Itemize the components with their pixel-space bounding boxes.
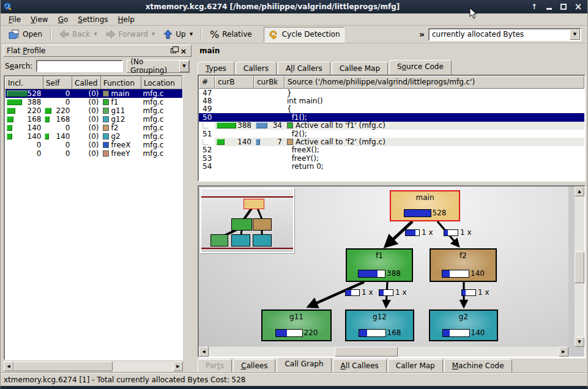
up-dropdown-arrow[interactable]: ▼ [190,32,193,37]
source-line[interactable]: 51 f2(); [199,130,584,138]
search-input[interactable] [36,60,123,72]
table-row-freeX[interactable]: 0 0 (0) freeX mfg.c [6,141,182,149]
source-line-selected[interactable]: 50 f1(); [199,113,584,121]
minimap-node-g12 [231,234,250,246]
minimap-node-f2 [253,218,272,231]
app-window: xtmemory.kcg.6274 [/home/philippe/valgri… [0,0,588,389]
flat-profile-header-row: Incl. Self Called Function Location [6,77,182,89]
table-row-freeY[interactable]: 0 0 (0) freeY mfg.c [6,149,182,158]
hscroll-thumb[interactable] [335,347,398,357]
minimize-button[interactable] [545,2,553,11]
event-type-dropdown-arrow[interactable]: ▼ [570,29,580,40]
scroll-right-arrow[interactable]: ▶ [173,361,183,371]
function-color-swatch [103,133,109,139]
source-line[interactable]: 48int main() [199,97,584,105]
menu-go[interactable]: Go [54,14,73,25]
tab-machine-code[interactable]: Machine Code [444,359,512,372]
forward-dropdown-arrow[interactable]: ▼ [152,32,155,37]
window-title: xtmemory.kcg.6274 [/home/philippe/valgri… [15,2,530,11]
table-row-g11[interactable]: 220 220 (0) g11 mfg.c [6,106,182,115]
menu-settings[interactable]: Settings [73,14,112,25]
source-line[interactable]: 47} [199,89,584,97]
column-header-curB[interactable]: curB [215,76,254,89]
column-header-curBk[interactable]: curBk [254,76,285,89]
scroll-left-arrow[interactable]: ◀ [4,361,13,371]
scroll-up-arrow[interactable]: ▲ [575,187,584,196]
graph-overview-minimap[interactable] [200,188,294,253]
table-row-g12[interactable]: 168 168 (0) g12 mfg.c [6,115,182,124]
scroll-left-arrow[interactable]: ◀ [199,347,209,357]
function-color-swatch [103,108,109,114]
dock-close-button[interactable]: × [179,46,188,55]
table-row-main[interactable]: 528 0 (0) main mfg.c [6,89,182,98]
active-call-row-f2[interactable]: 140 7 Active call to 'f2' (mfg.c) [199,138,584,146]
menu-view[interactable]: View [26,14,53,25]
back-button[interactable]: Back▼ [55,28,102,41]
forward-button[interactable]: Forward▼ [102,28,160,41]
tab-caller-map[interactable]: Caller Map [388,359,443,372]
close-button[interactable]: × [574,2,582,11]
menu-help[interactable]: Help [114,14,139,25]
menu-file[interactable]: File [4,14,25,25]
source-line[interactable]: 54 return 0; [199,163,584,171]
vscroll-thumb[interactable] [575,251,584,283]
edge-label-main-f1: 1 x [405,228,433,237]
tab-all-callees[interactable]: All Callees [333,359,387,372]
function-color-swatch [103,99,109,105]
column-header-called[interactable]: Called [72,77,101,89]
column-header-location[interactable]: Location [141,77,182,89]
open-button[interactable]: Open [4,27,47,42]
graph-hscrollbar[interactable]: ◀ ▶ [199,347,568,357]
back-dropdown-arrow[interactable]: ▼ [94,32,97,37]
shade-button[interactable]: ↑ [530,2,538,11]
graph-node-g11[interactable]: g11 220 [261,309,332,341]
active-call-row-f1[interactable]: 388 34 Active call to 'f1' (mfg.c) [199,122,584,130]
column-header-line[interactable]: # [199,76,215,89]
tab-types[interactable]: Types [198,62,234,75]
column-header-self[interactable]: Self [43,77,72,89]
source-line[interactable]: 52 freeX(); [199,146,584,154]
function-color-swatch [103,116,109,122]
dock-float-button[interactable] [169,46,177,55]
column-header-source[interactable]: Source ('/home/philippe/valgrind/littlep… [285,76,584,89]
table-row-f1[interactable]: 388 0 (0) f1 mfg.c [6,98,182,106]
table-row-g2[interactable]: 140 140 (0) g2 mfg.c [6,132,182,141]
flat-profile-dock: Flat Profile × Search: (No Grouping) ▼ I… [2,43,193,373]
tab-callers[interactable]: Callers [236,62,277,75]
tab-callee-map[interactable]: Callee Map [332,62,388,75]
up-button[interactable]: Up▼ [159,27,197,42]
column-header-incl[interactable]: Incl. [6,77,43,89]
percent-icon: % [210,29,219,40]
scroll-down-arrow[interactable]: ▼ [575,337,584,347]
maximize-button[interactable] [559,2,568,11]
call-graph-canvas[interactable]: main 528 f1 388 f2 140 g11 220 g12 168 g… [199,187,568,347]
column-header-function[interactable]: Function [101,77,141,89]
tab-all-callers[interactable]: All Callers [278,62,330,75]
scroll-right-arrow[interactable]: ▶ [559,347,568,357]
graph-node-g2[interactable]: g2 140 [429,309,498,341]
graph-node-main[interactable]: main 528 [390,190,460,221]
source-line[interactable]: 53 freeY(); [199,154,584,162]
tab-source-code[interactable]: Source Code [389,60,452,75]
table-row-f2[interactable]: 140 0 (0) f2 mfg.c [6,124,182,132]
graph-node-f2[interactable]: f2 140 [430,248,497,282]
edge-label-f1-g11: 1 x [345,288,373,297]
flat-profile-title: Flat Profile [7,46,46,55]
grouping-select[interactable]: (No Grouping) ▼ [127,60,190,73]
source-line[interactable]: 49{ [199,105,584,113]
toolbar-overflow-chevron[interactable]: » [419,29,425,39]
tab-callees[interactable]: Callees [233,359,275,372]
grouping-dropdown-arrow[interactable]: ▼ [179,61,189,72]
bottom-panel-tabs: Parts Callees Call Graph All Callees Cal… [198,358,586,372]
cycle-detection-toggle-button[interactable]: Cycle Detection [264,27,344,42]
graph-node-f1[interactable]: f1 388 [346,248,413,282]
relative-toggle-button[interactable]: % Relative [206,26,256,43]
call-graph-panel: main 528 f1 388 f2 140 g11 220 g12 168 g… [198,185,586,358]
flat-profile-hscrollbar[interactable]: ◀ ▶ [4,361,183,371]
tab-call-graph[interactable]: Call Graph [277,357,331,372]
event-type-select[interactable]: currently allocated Bytes ▼ [428,28,581,41]
graph-node-g12[interactable]: g12 168 [345,309,414,341]
graph-vscrollbar[interactable]: ▲ ▼ [575,187,584,347]
minimap-node-main [244,199,264,209]
flat-profile-dock-titlebar[interactable]: Flat Profile × [3,45,192,57]
